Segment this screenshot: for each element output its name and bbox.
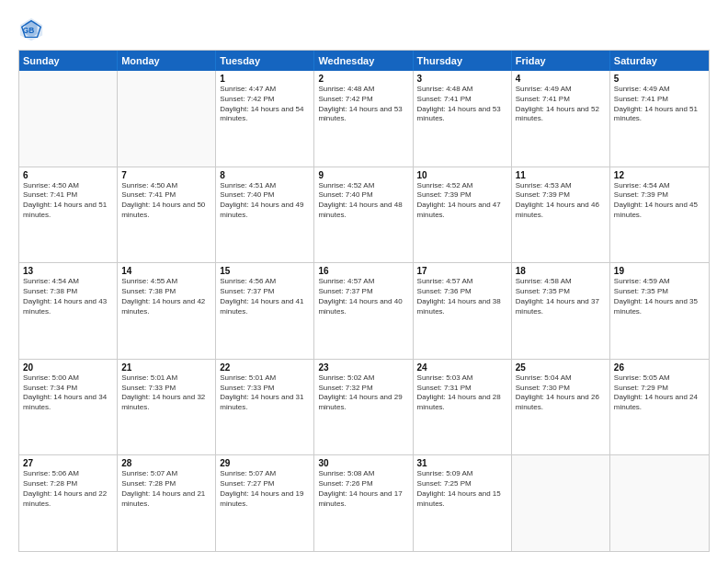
cell-day-number: 27 <box>23 458 113 468</box>
cell-day-number: 12 <box>614 170 705 180</box>
cell-day-number: 10 <box>417 170 507 180</box>
calendar-cell <box>118 71 216 167</box>
calendar-cell: 5Sunrise: 4:49 AMSunset: 7:41 PMDaylight… <box>610 71 709 167</box>
cell-day-number: 16 <box>318 266 408 276</box>
cell-info: Sunrise: 4:59 AMSunset: 7:35 PMDaylight:… <box>614 277 705 316</box>
page: GB SundayMondayTuesdayWednesdayThursdayF… <box>0 0 728 563</box>
calendar-cell: 9Sunrise: 4:52 AMSunset: 7:40 PMDaylight… <box>314 167 413 263</box>
cell-info: Sunrise: 5:01 AMSunset: 7:33 PMDaylight:… <box>121 373 211 413</box>
cell-day-number: 2 <box>318 74 408 84</box>
cell-day-number: 30 <box>318 458 408 468</box>
cell-day-number: 17 <box>417 266 507 276</box>
day-header-sunday: Sunday <box>19 51 118 71</box>
cell-info: Sunrise: 4:48 AMSunset: 7:41 PMDaylight:… <box>417 85 507 124</box>
calendar-week-4: 20Sunrise: 5:00 AMSunset: 7:34 PMDayligh… <box>19 360 709 456</box>
cell-info: Sunrise: 4:52 AMSunset: 7:39 PMDaylight:… <box>417 181 507 221</box>
calendar-cell: 21Sunrise: 5:01 AMSunset: 7:33 PMDayligh… <box>118 360 216 455</box>
cell-day-number: 11 <box>516 170 606 180</box>
cell-day-number: 26 <box>614 362 705 373</box>
calendar: SundayMondayTuesdayWednesdayThursdayFrid… <box>18 50 710 552</box>
calendar-cell: 3Sunrise: 4:48 AMSunset: 7:41 PMDaylight… <box>414 71 512 167</box>
calendar-cell: 29Sunrise: 5:07 AMSunset: 7:27 PMDayligh… <box>216 455 314 551</box>
cell-info: Sunrise: 4:58 AMSunset: 7:35 PMDaylight:… <box>516 277 606 316</box>
calendar-cell: 12Sunrise: 4:54 AMSunset: 7:39 PMDayligh… <box>610 167 709 263</box>
cell-day-number: 13 <box>23 266 113 276</box>
calendar-cell: 25Sunrise: 5:04 AMSunset: 7:30 PMDayligh… <box>512 360 610 455</box>
cell-day-number: 22 <box>220 362 310 373</box>
cell-day-number: 24 <box>417 362 507 373</box>
calendar-cell <box>19 71 118 167</box>
cell-day-number: 4 <box>516 74 606 84</box>
cell-info: Sunrise: 5:00 AMSunset: 7:34 PMDaylight:… <box>23 373 113 413</box>
calendar-cell: 4Sunrise: 4:49 AMSunset: 7:41 PMDaylight… <box>512 71 610 167</box>
cell-day-number: 15 <box>220 266 310 276</box>
cell-day-number: 23 <box>318 362 408 373</box>
cell-info: Sunrise: 4:52 AMSunset: 7:40 PMDaylight:… <box>318 181 408 221</box>
cell-info: Sunrise: 4:55 AMSunset: 7:38 PMDaylight:… <box>121 277 211 316</box>
logo-icon: GB <box>18 17 44 42</box>
cell-day-number: 20 <box>23 362 113 373</box>
cell-day-number: 9 <box>318 170 408 180</box>
calendar-cell: 22Sunrise: 5:01 AMSunset: 7:33 PMDayligh… <box>216 360 314 455</box>
cell-info: Sunrise: 5:09 AMSunset: 7:25 PMDaylight:… <box>417 469 507 509</box>
calendar-body: 1Sunrise: 4:47 AMSunset: 7:42 PMDaylight… <box>19 71 709 551</box>
calendar-cell: 7Sunrise: 4:50 AMSunset: 7:41 PMDaylight… <box>118 167 216 263</box>
cell-info: Sunrise: 4:57 AMSunset: 7:37 PMDaylight:… <box>318 277 408 316</box>
calendar-week-5: 27Sunrise: 5:06 AMSunset: 7:28 PMDayligh… <box>19 455 709 551</box>
calendar-cell: 15Sunrise: 4:56 AMSunset: 7:37 PMDayligh… <box>216 263 314 359</box>
cell-day-number: 3 <box>417 74 507 84</box>
calendar-cell: 31Sunrise: 5:09 AMSunset: 7:25 PMDayligh… <box>414 455 512 551</box>
cell-info: Sunrise: 4:47 AMSunset: 7:42 PMDaylight:… <box>220 85 310 124</box>
calendar-header: SundayMondayTuesdayWednesdayThursdayFrid… <box>19 51 709 71</box>
cell-day-number: 8 <box>220 170 310 180</box>
calendar-cell: 8Sunrise: 4:51 AMSunset: 7:40 PMDaylight… <box>216 167 314 263</box>
cell-info: Sunrise: 5:05 AMSunset: 7:29 PMDaylight:… <box>614 373 705 413</box>
cell-info: Sunrise: 5:02 AMSunset: 7:32 PMDaylight:… <box>318 373 408 413</box>
calendar-week-2: 6Sunrise: 4:50 AMSunset: 7:41 PMDaylight… <box>19 167 709 264</box>
calendar-cell: 10Sunrise: 4:52 AMSunset: 7:39 PMDayligh… <box>414 167 512 263</box>
calendar-cell: 6Sunrise: 4:50 AMSunset: 7:41 PMDaylight… <box>19 167 118 263</box>
day-header-saturday: Saturday <box>610 51 709 71</box>
cell-day-number: 29 <box>220 458 310 468</box>
day-header-monday: Monday <box>118 51 216 71</box>
calendar-cell: 23Sunrise: 5:02 AMSunset: 7:32 PMDayligh… <box>314 360 413 455</box>
cell-info: Sunrise: 4:57 AMSunset: 7:36 PMDaylight:… <box>417 277 507 316</box>
calendar-cell: 1Sunrise: 4:47 AMSunset: 7:42 PMDaylight… <box>216 71 314 167</box>
cell-info: Sunrise: 4:54 AMSunset: 7:38 PMDaylight:… <box>23 277 113 316</box>
cell-info: Sunrise: 5:06 AMSunset: 7:28 PMDaylight:… <box>23 469 113 509</box>
calendar-cell: 24Sunrise: 5:03 AMSunset: 7:31 PMDayligh… <box>414 360 512 455</box>
header: GB <box>18 17 710 42</box>
calendar-cell: 30Sunrise: 5:08 AMSunset: 7:26 PMDayligh… <box>314 455 413 551</box>
cell-day-number: 1 <box>220 74 310 84</box>
cell-info: Sunrise: 4:48 AMSunset: 7:42 PMDaylight:… <box>318 85 408 124</box>
cell-info: Sunrise: 4:49 AMSunset: 7:41 PMDaylight:… <box>614 85 705 124</box>
cell-info: Sunrise: 4:54 AMSunset: 7:39 PMDaylight:… <box>614 181 705 221</box>
calendar-cell <box>610 455 709 551</box>
day-header-tuesday: Tuesday <box>216 51 314 71</box>
calendar-cell: 18Sunrise: 4:58 AMSunset: 7:35 PMDayligh… <box>512 263 610 359</box>
calendar-cell: 13Sunrise: 4:54 AMSunset: 7:38 PMDayligh… <box>19 263 118 359</box>
calendar-cell: 28Sunrise: 5:07 AMSunset: 7:28 PMDayligh… <box>118 455 216 551</box>
cell-day-number: 21 <box>121 362 211 373</box>
calendar-cell: 2Sunrise: 4:48 AMSunset: 7:42 PMDaylight… <box>314 71 413 167</box>
calendar-cell: 27Sunrise: 5:06 AMSunset: 7:28 PMDayligh… <box>19 455 118 551</box>
calendar-cell: 14Sunrise: 4:55 AMSunset: 7:38 PMDayligh… <box>118 263 216 359</box>
day-header-friday: Friday <box>512 51 610 71</box>
day-header-thursday: Thursday <box>414 51 512 71</box>
cell-info: Sunrise: 5:07 AMSunset: 7:28 PMDaylight:… <box>121 469 211 509</box>
calendar-week-1: 1Sunrise: 4:47 AMSunset: 7:42 PMDaylight… <box>19 71 709 167</box>
cell-info: Sunrise: 5:03 AMSunset: 7:31 PMDaylight:… <box>417 373 507 413</box>
calendar-cell: 20Sunrise: 5:00 AMSunset: 7:34 PMDayligh… <box>19 360 118 455</box>
day-header-wednesday: Wednesday <box>314 51 413 71</box>
calendar-cell <box>512 455 610 551</box>
svg-text:GB: GB <box>23 26 35 35</box>
logo: GB <box>18 17 48 42</box>
calendar-cell: 26Sunrise: 5:05 AMSunset: 7:29 PMDayligh… <box>610 360 709 455</box>
cell-info: Sunrise: 4:50 AMSunset: 7:41 PMDaylight:… <box>121 181 211 221</box>
calendar-cell: 11Sunrise: 4:53 AMSunset: 7:39 PMDayligh… <box>512 167 610 263</box>
cell-info: Sunrise: 5:01 AMSunset: 7:33 PMDaylight:… <box>220 373 310 413</box>
cell-day-number: 18 <box>516 266 606 276</box>
cell-day-number: 14 <box>121 266 211 276</box>
cell-day-number: 5 <box>614 74 705 84</box>
cell-info: Sunrise: 5:08 AMSunset: 7:26 PMDaylight:… <box>318 469 408 509</box>
